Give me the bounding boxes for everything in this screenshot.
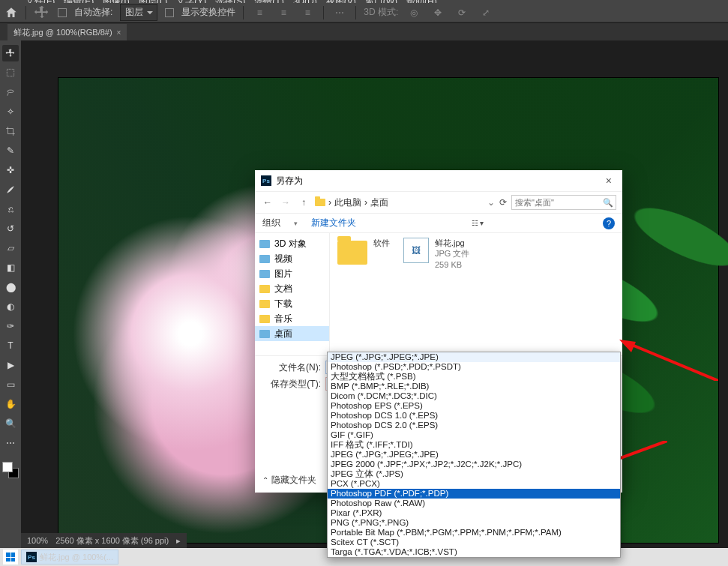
sidebar-item-label: 3D 对象 (274, 238, 307, 250)
filetype-option[interactable]: JPEG 立体 (*.JPS) (328, 469, 620, 479)
align-left-icon[interactable]: ≡ (251, 5, 268, 20)
filetype-option[interactable]: Photoshop Raw (*.RAW) (328, 499, 620, 508)
path-selection-tool[interactable]: ▶ (2, 357, 19, 373)
filetype-option[interactable]: Photoshop EPS (*.EPS) (328, 401, 620, 411)
menu-item[interactable]: 文件(F) (21, 0, 59, 3)
sidebar-item[interactable]: 下载 (255, 296, 329, 311)
sidebar-item[interactable]: 桌面 (255, 326, 329, 341)
menu-item[interactable]: 帮助(H) (402, 0, 442, 3)
show-transform-checkbox[interactable] (165, 8, 174, 17)
pen-tool[interactable]: ✑ (2, 318, 19, 334)
move-tool[interactable] (2, 45, 19, 61)
home-icon[interactable] (4, 6, 18, 19)
color-swatches[interactable] (2, 462, 19, 478)
filetype-option[interactable]: Pixar (*.PXR) (328, 508, 620, 518)
clone-stamp-tool[interactable]: ⎌ (2, 201, 19, 217)
nav-up-icon[interactable]: ↑ (297, 197, 310, 208)
file-item-image[interactable]: 🖼 鲜花.jpg JPG 文件 259 KB (403, 238, 469, 280)
lasso-tool[interactable] (2, 84, 19, 100)
document-tab[interactable]: 鲜花.jpg @ 100%(RGB/8#) × (7, 24, 127, 40)
filetype-option[interactable]: Photoshop PDF (*.PDF;*.PDP) (328, 489, 620, 499)
breadcrumb-chevron-icon[interactable]: ⌄ (487, 197, 495, 208)
sidebar-item[interactable]: 文档 (255, 281, 329, 296)
blur-tool[interactable]: ⬤ (2, 279, 19, 295)
sidebar-item[interactable]: 3D 对象 (255, 236, 329, 251)
tool-panel: ✧ ✎ ✜ ⎌ ↺ ▱ ◧ ⬤ ◐ ✑ T ▶ ▭ ✋ 🔍 ⋯ (0, 40, 21, 548)
align-right-icon[interactable]: ≡ (299, 5, 316, 20)
taskbar-app-button[interactable]: Ps 鲜花.jpg @ 100%(... (21, 550, 118, 565)
filetype-option[interactable]: Photoshop DCS 2.0 (*.EPS) (328, 421, 620, 430)
filetype-option[interactable]: GIF (*.GIF) (328, 430, 620, 440)
info-chevron-icon[interactable]: ▸ (176, 536, 181, 546)
zoom-tool[interactable]: 🔍 (2, 415, 19, 432)
filetype-option[interactable]: PNG (*.PNG;*.PNG) (328, 518, 620, 528)
menu-item[interactable]: 图像(I) (98, 0, 133, 3)
menu-item[interactable]: 图层(L) (134, 0, 172, 3)
organize-button[interactable]: 组织 (262, 217, 280, 229)
eyedropper-tool[interactable]: ✎ (2, 142, 19, 159)
menu-item[interactable]: 视图(V) (322, 0, 361, 3)
auto-select-label: 自动选择: (74, 6, 112, 19)
spot-healing-tool[interactable]: ✜ (2, 162, 19, 178)
dialog-file-list[interactable]: 软件 🖼 鲜花.jpg JPG 文件 259 KB (330, 233, 622, 355)
rectangular-marquee-tool[interactable] (2, 64, 19, 81)
crumb-0[interactable]: 此电脑 (334, 196, 361, 209)
crop-tool[interactable] (2, 123, 19, 139)
filetype-option[interactable]: Targa (*.TGA;*.VDA;*.ICB;*.VST) (328, 547, 620, 557)
refresh-icon[interactable]: ⟳ (499, 197, 507, 208)
breadcrumb[interactable]: › 此电脑 › 桌面 (315, 196, 483, 209)
type-tool[interactable]: T (2, 337, 19, 354)
nav-forward-icon[interactable]: → (279, 197, 292, 208)
gradient-tool[interactable]: ◧ (2, 259, 19, 276)
rectangle-tool[interactable]: ▭ (2, 376, 19, 393)
filetype-option[interactable]: JPEG (*.JPG;*.JPEG;*.JPE) (328, 450, 620, 460)
filetype-option[interactable]: Scitex CT (*.SCT) (328, 538, 620, 547)
filetype-dropdown-list[interactable]: JPEG (*.JPG;*.JPEG;*.JPE)Photoshop (*.PS… (327, 352, 621, 558)
sidebar-item[interactable]: 音乐 (255, 311, 329, 326)
filetype-option[interactable]: PCX (*.PCX) (328, 479, 620, 489)
eraser-tool[interactable]: ▱ (2, 240, 19, 256)
menu-item[interactable]: 文字(Y) (172, 0, 211, 3)
view-options-icon[interactable]: ☷ ▾ (472, 219, 488, 227)
filetype-option[interactable]: BMP (*.BMP;*.RLE;*.DIB) (328, 382, 620, 391)
distribute-icon[interactable]: ⋯ (331, 5, 348, 20)
filetype-option[interactable]: JPEG (*.JPG;*.JPEG;*.JPE) (328, 352, 620, 362)
filetype-option[interactable]: 大型文档格式 (*.PSB) (328, 372, 620, 382)
file-size: 259 KB (435, 259, 469, 270)
sidebar-item-label: 下载 (274, 298, 292, 310)
dialog-titlebar: Ps 另存为 × (255, 170, 622, 191)
filetype-option[interactable]: Portable Bit Map (*.PBM;*.PGM;*.PPM;*.PN… (328, 528, 620, 538)
new-folder-button[interactable]: 新建文件夹 (311, 217, 356, 229)
filetype-option[interactable]: Dicom (*.DCM;*.DC3;*.DIC) (328, 391, 620, 401)
nav-back-icon[interactable]: ← (261, 197, 274, 208)
auto-select-target-dropdown[interactable]: 图层 (120, 4, 157, 21)
align-center-icon[interactable]: ≡ (275, 5, 292, 20)
menu-item[interactable]: 窗口(W) (361, 0, 402, 3)
hide-folders-toggle[interactable]: ⌃ 隐藏文件夹 (262, 474, 316, 487)
magic-wand-tool[interactable]: ✧ (2, 103, 19, 120)
menu-item[interactable]: 编辑(E) (59, 0, 98, 3)
dialog-close-button[interactable]: × (601, 175, 616, 187)
filetype-option[interactable]: JPEG 2000 (*.JPF;*.JPX;*.JP2;*.J2C;*.J2K… (328, 460, 620, 469)
filetype-option[interactable]: Photoshop DCS 1.0 (*.EPS) (328, 411, 620, 421)
filetype-option[interactable]: Photoshop (*.PSD;*.PDD;*.PSDT) (328, 362, 620, 372)
history-brush-tool[interactable]: ↺ (2, 220, 19, 237)
sidebar-item[interactable]: 视频 (255, 251, 329, 266)
sidebar-item[interactable]: 图片 (255, 266, 329, 281)
zoom-level[interactable]: 100% (27, 536, 48, 545)
help-icon[interactable]: ? (603, 217, 615, 229)
file-item-folder[interactable]: 软件 (337, 238, 390, 280)
auto-select-checkbox[interactable] (58, 8, 67, 17)
close-tab-icon[interactable]: × (117, 28, 121, 37)
menu-item[interactable]: 3D(D) (289, 0, 322, 3)
search-input[interactable] (511, 195, 616, 210)
brush-tool[interactable] (2, 181, 19, 198)
windows-start-icon[interactable] (3, 550, 18, 565)
hand-tool[interactable]: ✋ (2, 396, 19, 412)
filetype-option[interactable]: IFF 格式 (*.IFF;*.TDI) (328, 440, 620, 450)
dodge-tool[interactable]: ◐ (2, 298, 19, 315)
menu-item[interactable]: 选择(S) (211, 0, 250, 3)
edit-toolbar-icon[interactable]: ⋯ (2, 435, 19, 451)
crumb-1[interactable]: 桌面 (370, 196, 388, 209)
menu-item[interactable]: 滤镜(T) (250, 0, 288, 3)
